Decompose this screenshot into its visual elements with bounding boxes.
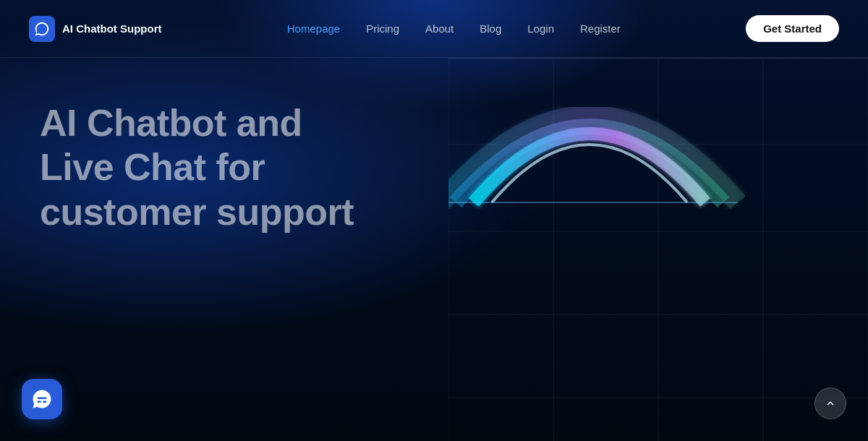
chat-fab-icon [31, 388, 53, 410]
nav-link-blog[interactable]: Blog [480, 22, 501, 35]
nav-links: Homepage Pricing About Blog Login Regist… [287, 22, 621, 35]
hero-arch-decoration [448, 58, 745, 210]
navbar: AI Chatbot Support Homepage Pricing Abou… [0, 0, 868, 58]
nav-link-login[interactable]: Login [527, 22, 554, 35]
nav-link-register[interactable]: Register [580, 22, 621, 35]
logo-icon [29, 16, 55, 42]
nav-link-pricing[interactable]: Pricing [366, 22, 399, 35]
chevron-up-icon [824, 397, 837, 410]
nav-link-about[interactable]: About [425, 22, 454, 35]
brand-name: AI Chatbot Support [62, 22, 161, 35]
hero-title: AI Chatbot and Live Chat for customer su… [40, 101, 448, 234]
nav-right: Get Started [746, 15, 839, 42]
main-content: AI Chatbot and Live Chat for customer su… [0, 58, 868, 441]
arch-svg [448, 58, 745, 210]
chat-fab-button[interactable] [22, 379, 62, 419]
hero-title-line2: Live Chat for [40, 146, 265, 188]
hero-visual [448, 58, 868, 441]
get-started-button[interactable]: Get Started [746, 15, 839, 42]
hero-title-line3: customer support [40, 191, 354, 233]
hero-title-line1: AI Chatbot and [40, 102, 302, 144]
logo[interactable]: AI Chatbot Support [29, 16, 161, 42]
brand-icon [34, 21, 50, 37]
hero-section: AI Chatbot and Live Chat for customer su… [0, 58, 448, 441]
scroll-to-top-button[interactable] [814, 388, 846, 419]
nav-link-homepage[interactable]: Homepage [287, 22, 340, 35]
